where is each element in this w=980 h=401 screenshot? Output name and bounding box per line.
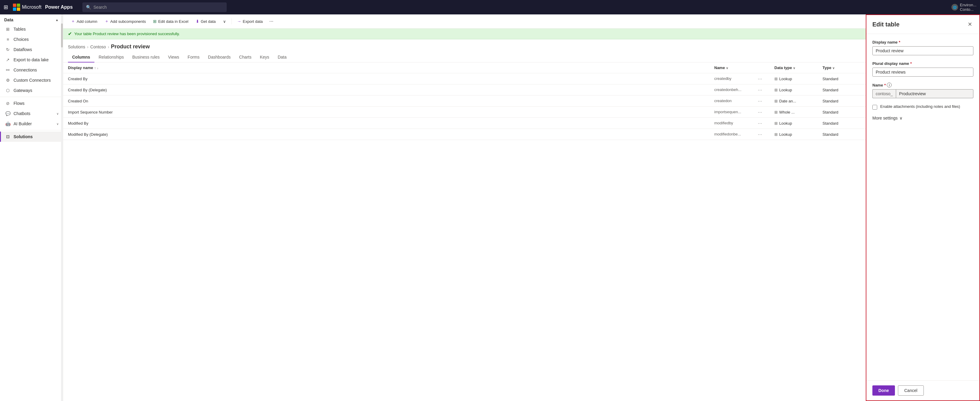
tab-business-rules[interactable]: Business rules	[128, 52, 164, 62]
sidebar-item-solutions[interactable]: ⊡ Solutions	[0, 132, 63, 142]
edit-panel-title: Edit table	[872, 21, 899, 28]
cell-type: Standard	[818, 84, 854, 95]
name-label: Name * i	[872, 82, 974, 87]
ai-builder-label: AI Builder	[14, 121, 32, 126]
topbar-right: 🌐 Environ... Conto...	[951, 3, 977, 12]
environment-info: 🌐 Environ... Conto...	[951, 3, 977, 12]
tab-views[interactable]: Views	[164, 52, 183, 62]
sidebar-item-connections[interactable]: ⚯ Connections	[0, 65, 63, 75]
more-options-button[interactable]: ···	[267, 17, 276, 25]
edit-panel-body: Display name * Plural display name * Nam…	[866, 34, 979, 380]
cell-data-type: ⊞ Lookup	[770, 129, 818, 140]
type-sort-icon: ∨	[832, 67, 835, 70]
sidebar-item-choices[interactable]: ≡ Choices	[0, 34, 63, 44]
search-box[interactable]: 🔍	[83, 2, 227, 12]
table-row: Created On createdon ··· ⊞ Date an... St…	[63, 95, 866, 107]
done-button[interactable]: Done	[872, 385, 895, 396]
edit-excel-button[interactable]: ⊞ Edit data in Excel	[150, 17, 191, 25]
sidebar-item-label: Tables	[14, 27, 25, 32]
cell-display-name: Created On	[63, 95, 710, 107]
scrollbar-thumb[interactable]	[61, 24, 63, 48]
dataflows-icon: ↻	[5, 47, 11, 52]
sidebar-item-ai-builder[interactable]: 🤖 AI Builder ∨	[0, 119, 63, 129]
data-type-icon: ⊞	[775, 110, 778, 114]
logo-blue	[13, 8, 16, 11]
table-area: Display name ↑ ↓ Name ∨ Data type ∨	[63, 62, 866, 401]
get-data-button[interactable]: ⬇ Get data	[193, 17, 219, 25]
env-label: Environ... Conto...	[960, 3, 977, 12]
data-type-icon: ⊞	[775, 132, 778, 137]
add-column-icon: ＋	[71, 19, 75, 24]
sort-down-icon: ↓	[97, 67, 99, 70]
more-settings-chevron: ∨	[899, 116, 902, 120]
logo-grid	[13, 3, 20, 11]
data-section-header[interactable]: Data ▲	[0, 14, 63, 24]
row-more-button[interactable]: ···	[758, 121, 762, 125]
breadcrumb-sep-2: ›	[108, 44, 109, 49]
flows-label: Flows	[14, 101, 25, 106]
plural-name-label: Plural display name *	[872, 61, 974, 66]
sidebar-item-chatbots[interactable]: 💬 Chatbots ∨	[0, 108, 63, 119]
cell-display-name: Import Sequence Number	[63, 107, 710, 118]
tab-keys[interactable]: Keys	[256, 52, 274, 62]
sidebar-item-label: Export to data lake	[14, 57, 49, 62]
chatbots-chevron: ∨	[57, 112, 59, 115]
sidebar-item-flows[interactable]: ⊘ Flows	[0, 98, 63, 108]
add-subcomponents-button[interactable]: ＋ Add subcomponents	[102, 17, 149, 26]
more-settings-label: More settings	[872, 116, 897, 120]
tab-charts[interactable]: Charts	[235, 52, 256, 62]
col-header-display-name[interactable]: Display name ↑ ↓	[63, 62, 710, 73]
col-header-type[interactable]: Type ∨	[818, 62, 854, 73]
sidebar-item-export-lake[interactable]: ↗ Export to data lake	[0, 55, 63, 65]
sidebar: Data ▲ ⊞ Tables ≡ Choices ↻ Dataflows ↗ …	[0, 14, 63, 401]
add-column-button[interactable]: ＋ Add column	[68, 17, 100, 26]
sidebar-item-gateways[interactable]: ⬡ Gateways	[0, 85, 63, 95]
tab-dashboards[interactable]: Dashboards	[204, 52, 235, 62]
close-button[interactable]: ✕	[966, 20, 974, 29]
add-subcomponents-label: Add subcomponents	[110, 19, 146, 24]
scrollbar-track	[61, 14, 63, 401]
name-suffix: Productreview	[896, 89, 974, 98]
tab-relationships[interactable]: Relationships	[94, 52, 128, 62]
required-indicator: *	[899, 40, 900, 44]
row-more-button[interactable]: ···	[758, 76, 762, 81]
edit-panel-footer: Done Cancel	[866, 380, 979, 400]
row-more-button[interactable]: ···	[758, 87, 762, 92]
cancel-button[interactable]: Cancel	[898, 385, 924, 396]
sidebar-item-custom-connectors[interactable]: ⚙ Custom Connectors	[0, 75, 63, 85]
export-data-button[interactable]: → Export data	[234, 17, 266, 25]
row-more-button[interactable]: ···	[758, 132, 762, 137]
waffle-icon[interactable]: ⊞	[3, 4, 8, 11]
dropdown-button[interactable]: ∨	[220, 17, 229, 25]
name-prefix: contoso_	[872, 89, 896, 98]
logo-green	[17, 3, 20, 7]
tab-columns[interactable]: Columns	[68, 52, 94, 62]
logo-yellow	[17, 8, 20, 11]
breadcrumb-solutions[interactable]: Solutions	[68, 44, 85, 49]
search-input[interactable]	[94, 5, 223, 10]
name-info-icon[interactable]: i	[887, 82, 892, 87]
tab-data[interactable]: Data	[274, 52, 291, 62]
enable-attachments-label[interactable]: Enable attachments (including notes and …	[880, 104, 960, 109]
edit-table-panel: Edit table ✕ Display name * Plural displ…	[866, 14, 980, 401]
sidebar-item-dataflows[interactable]: ↻ Dataflows	[0, 44, 63, 55]
sidebar-item-tables[interactable]: ⊞ Tables	[0, 24, 63, 34]
edit-excel-label: Edit data in Excel	[158, 19, 188, 24]
row-more-button[interactable]: ···	[758, 98, 762, 103]
flows-icon: ⊘	[5, 101, 11, 106]
row-more-button[interactable]: ···	[758, 109, 762, 114]
plural-name-field: Plural display name *	[872, 61, 974, 77]
microsoft-logo: Microsoft	[13, 3, 41, 11]
chatbots-icon: 💬	[5, 111, 11, 116]
col-header-data-type[interactable]: Data type ∨	[770, 62, 818, 73]
data-type-icon: ⊞	[775, 77, 778, 81]
edit-panel-header: Edit table ✕	[866, 15, 979, 34]
enable-attachments-checkbox[interactable]	[872, 105, 877, 109]
breadcrumb-contoso[interactable]: Contoso	[90, 44, 106, 49]
more-settings-toggle[interactable]: More settings ∨	[872, 116, 974, 120]
plural-name-input[interactable]	[872, 68, 974, 77]
data-section-label: Data	[4, 17, 13, 22]
tab-forms[interactable]: Forms	[183, 52, 204, 62]
display-name-input[interactable]	[872, 46, 974, 55]
col-header-name[interactable]: Name ∨	[710, 62, 770, 73]
